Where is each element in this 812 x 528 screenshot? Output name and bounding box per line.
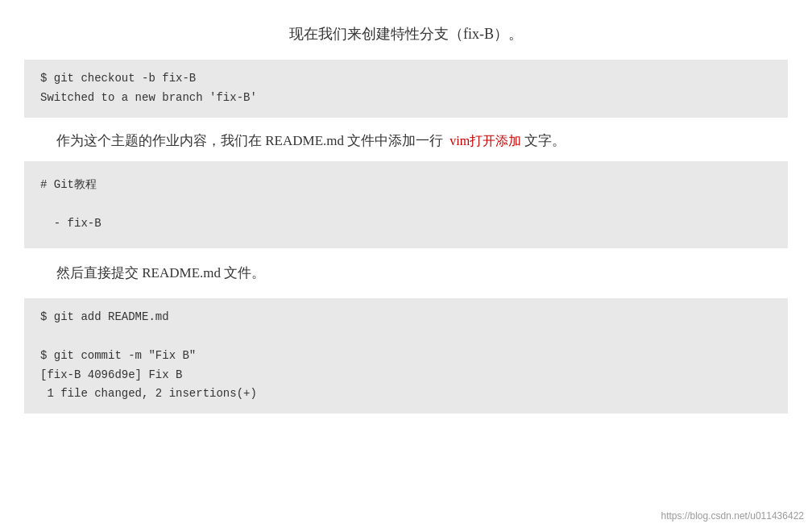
main-title: 现在我们来创建特性分支（fix-B）。 <box>24 16 788 55</box>
paragraph-commit-intro: 然后直接提交 README.md 文件。 <box>24 253 788 294</box>
code-line-2: Switched to a new branch 'fix-B' <box>40 91 257 104</box>
para2-red-text: vim打开添加 <box>450 134 521 148</box>
para2-text-part1: 作为这个主题的作业内容，我们在 README.md 文件中添加一行 <box>56 133 443 148</box>
para2-text-part2: 文字。 <box>524 133 566 148</box>
code-block-git-add-commit: $ git add README.md $ git commit -m "Fix… <box>24 298 788 414</box>
watermark: https://blog.csdn.net/u011436422 <box>661 510 804 522</box>
code-line-1: $ git checkout -b fix-B <box>40 72 196 85</box>
paragraph-readme-intro: 作为这个主题的作业内容，我们在 README.md 文件中添加一行vim打开添加… <box>24 123 788 157</box>
code-block-checkout: $ git checkout -b fix-B Switched to a ne… <box>24 60 788 118</box>
code-block-readme-content: # Git教程 - fix-B <box>24 161 788 247</box>
